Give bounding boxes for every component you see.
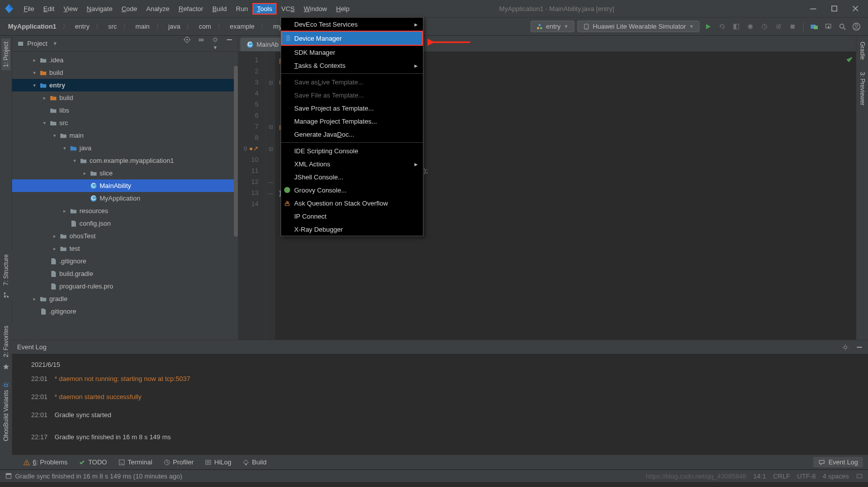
breadcrumb-segment[interactable]: java	[166, 22, 183, 31]
filemgr-icon[interactable]	[809, 21, 820, 32]
tree-node-slice[interactable]: ▸slice	[12, 167, 238, 179]
rail-tab-buildvariants[interactable]: OhosBuild Variants	[2, 387, 11, 444]
tree-arrow[interactable]: ▾	[71, 158, 77, 163]
menu-item-deveco-test-services[interactable]: DevEco Test Services	[281, 18, 423, 31]
bottom-tab-profiler[interactable]: Profiler	[163, 458, 194, 466]
menu-item-device-manager[interactable]: Device Manager	[281, 31, 423, 46]
tree-node-myapplication[interactable]: CMyApplication	[12, 192, 238, 205]
rail-tab-gradle[interactable]: Gradle	[858, 39, 867, 63]
menu-code[interactable]: Code	[117, 3, 142, 15]
attach-icon[interactable]	[773, 21, 784, 32]
bottom-tab-terminal[interactable]: Terminal	[118, 458, 152, 466]
bottom-tab-hilog[interactable]: HiLog	[205, 458, 231, 466]
menu-item-jshell-console[interactable]: JShell Console...	[281, 170, 423, 183]
menu-vcs[interactable]: VCS	[277, 3, 299, 15]
mem-icon[interactable]	[856, 472, 863, 480]
menu-edit[interactable]: Edit	[39, 3, 59, 15]
locate-icon[interactable]	[184, 36, 191, 51]
user-icon[interactable]	[851, 21, 862, 32]
tree-arrow[interactable]: ▾	[41, 120, 47, 126]
eventlog-line[interactable]: 22:01* daemon started successfully	[31, 391, 862, 404]
menu-file[interactable]: File	[19, 3, 39, 15]
rail-tab-previewer[interactable]: 3: Previewer	[858, 69, 867, 109]
breadcrumb[interactable]: MyApplication1〉entry〉src〉main〉java〉com〉e…	[6, 21, 298, 32]
menu-item-save-project-as-template[interactable]: Save Project as Template...	[281, 102, 423, 115]
fold-marker[interactable]	[266, 99, 275, 110]
rail-tab-structure[interactable]: 7: Structure	[2, 251, 11, 288]
menu-item-groovy-console[interactable]: Groovy Console...	[281, 183, 423, 197]
breadcrumb-segment[interactable]: main	[133, 22, 151, 31]
fold-marker[interactable]	[266, 110, 275, 121]
tree-node-config-json[interactable]: config.json	[12, 217, 238, 230]
menu-item-x-ray-debugger[interactable]: X-Ray Debugger	[281, 223, 423, 236]
menu-analyze[interactable]: Analyze	[142, 3, 174, 15]
gutter-line[interactable]: 4	[238, 88, 258, 99]
gutter-line[interactable]: 9 ●↗	[238, 143, 258, 154]
gutter-line[interactable]: 14	[238, 199, 258, 210]
breadcrumb-segment[interactable]: com	[197, 22, 213, 31]
stop-icon[interactable]	[787, 21, 798, 32]
gutter-line[interactable]: 3	[238, 77, 258, 88]
tree-arrow[interactable]: ▸	[31, 296, 37, 302]
search-icon[interactable]	[837, 21, 848, 32]
settings-icon[interactable]: ▼	[212, 36, 219, 51]
tree-arrow[interactable]: ▸	[41, 95, 47, 101]
bottom-tab-eventlog[interactable]: Event Log	[813, 457, 863, 467]
menu-tools[interactable]: Tools	[252, 3, 277, 15]
tree-node-build[interactable]: ▾build	[12, 66, 238, 79]
line-gutter[interactable]: 123456789 ●↗1011121314	[238, 52, 266, 340]
tree-arrow[interactable]: ▾	[61, 145, 67, 151]
fold-marker[interactable]	[266, 55, 275, 66]
fold-marker[interactable]: —	[266, 176, 275, 187]
menu-item-ip-connect[interactable]: IP Connect	[281, 210, 423, 223]
menu-item-ask-question-on-stack-overflow[interactable]: Ask Question on Stack Overflow	[281, 197, 423, 210]
menu-item-ide-scripting-console[interactable]: IDE Scripting Console	[281, 144, 423, 157]
tree-arrow[interactable]: ▾	[31, 82, 37, 88]
tree-arrow[interactable]: ▸	[31, 57, 37, 63]
tree-node-gradle[interactable]: ▸gradle	[12, 293, 238, 305]
tree-node--gitignore[interactable]: .gitignore	[12, 305, 238, 318]
fold-marker[interactable]: ⊟	[266, 77, 275, 88]
fold-marker[interactable]	[266, 132, 275, 143]
collapse-icon[interactable]	[198, 36, 205, 51]
tree-node-build-gradle[interactable]: build.gradle	[12, 267, 238, 280]
debug-icon[interactable]	[745, 21, 756, 32]
fold-marker[interactable]	[266, 199, 275, 210]
tree-arrow[interactable]: ▸	[51, 233, 57, 239]
tree-node-com-example-myapplication1[interactable]: ▾com.example.myapplication1	[12, 154, 238, 167]
bottom-tab-6-problems[interactable]: 6: Problems	[23, 458, 67, 466]
tree-arrow[interactable]: ▸	[61, 208, 67, 214]
fold-marker[interactable]: ⊟	[266, 143, 275, 154]
fold-marker[interactable]	[266, 66, 275, 77]
minimize-icon[interactable]	[810, 5, 817, 12]
tree-node--gitignore[interactable]: .gitignore	[12, 255, 238, 267]
fold-marker[interactable]	[266, 154, 275, 165]
tree-node-build[interactable]: ▸build	[12, 91, 238, 104]
run-config-selector[interactable]: entry ▼	[531, 21, 574, 32]
gutter-line[interactable]: 12	[238, 176, 258, 187]
status-icon[interactable]	[5, 472, 12, 479]
eventlog-line[interactable]: 22:01* daemon not running; starting now …	[31, 372, 862, 385]
menu-item-xml-actions[interactable]: XML Actions	[281, 157, 423, 170]
breadcrumb-segment[interactable]: src	[106, 22, 119, 31]
gutter-line[interactable]: 11	[238, 165, 258, 176]
editor-tab-mainability[interactable]: C MainAb	[240, 38, 285, 51]
breadcrumb-segment[interactable]: entry	[73, 22, 92, 31]
tree-node-mainability[interactable]: CMainAbility	[12, 179, 238, 192]
profile-icon[interactable]	[759, 21, 770, 32]
gutter-line[interactable]: 2	[238, 66, 258, 77]
maximize-icon[interactable]	[831, 5, 838, 12]
gear-icon[interactable]	[842, 344, 849, 351]
scrollbar-thumb[interactable]	[234, 66, 238, 237]
status-lineending[interactable]: CRLF	[773, 472, 790, 480]
tree-node-entry[interactable]: ▾entry	[12, 79, 238, 91]
tree-node-main[interactable]: ▾main	[12, 129, 238, 142]
breadcrumb-segment[interactable]: MyApplication1	[6, 22, 58, 31]
tree-arrow[interactable]: ▸	[51, 246, 57, 251]
tree-node--idea[interactable]: ▸.idea	[12, 54, 238, 66]
tools-menu-dropdown[interactable]: DevEco Test ServicesDevice ManagerSDK Ma…	[281, 17, 423, 236]
project-view-selector[interactable]: Project ▼	[17, 40, 57, 47]
avd-icon[interactable]	[823, 21, 834, 32]
rerun-icon[interactable]	[717, 21, 728, 32]
device-selector[interactable]: Huawei Lite Wearable Simulator ▼	[577, 21, 700, 32]
